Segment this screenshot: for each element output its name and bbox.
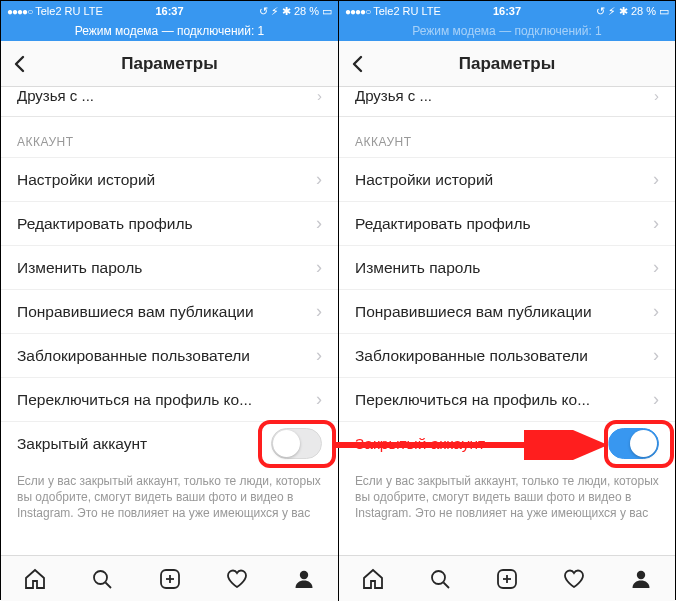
status-bar: ●●●●○ Tele2 RU LTE 16:37 ↺ ⚡︎ ✱ 28 % ▭	[1, 1, 338, 21]
profile-icon	[629, 567, 653, 591]
row-label: Закрытый аккаунт	[355, 435, 600, 453]
phone-screenshot-after: ●●●●○ Tele2 RU LTE 16:37 ↺ ⚡︎ ✱ 28 % ▭ Р…	[338, 1, 675, 601]
row-story-settings[interactable]: Настройки историй ›	[339, 157, 675, 201]
search-icon	[428, 567, 452, 591]
row-label: Переключиться на профиль ко...	[17, 391, 308, 409]
back-button[interactable]	[11, 41, 29, 86]
private-account-toggle[interactable]	[271, 428, 322, 459]
chevron-right-icon: ›	[316, 345, 322, 366]
row-private-account: Закрытый аккаунт	[339, 421, 675, 465]
chevron-right-icon: ›	[316, 301, 322, 322]
row-label: Изменить пароль	[355, 259, 645, 277]
section-account: АККАУНТ	[1, 117, 338, 157]
tab-add[interactable]	[136, 556, 203, 601]
chevron-right-icon: ›	[653, 257, 659, 278]
chevron-right-icon: ›	[653, 213, 659, 234]
tab-activity[interactable]	[541, 556, 608, 601]
svg-point-0	[94, 571, 107, 584]
row-change-password[interactable]: Изменить пароль ›	[1, 245, 338, 289]
chevron-right-icon: ›	[653, 301, 659, 322]
private-account-footer: Если у вас закрытый аккаунт, только те л…	[1, 465, 338, 522]
row-label: Закрытый аккаунт	[17, 435, 263, 453]
chevron-right-icon: ›	[653, 345, 659, 366]
svg-point-6	[432, 571, 445, 584]
heart-icon	[562, 567, 586, 591]
nav-header: Параметры	[1, 41, 338, 87]
home-icon	[361, 567, 385, 591]
tab-search[interactable]	[68, 556, 135, 601]
row-label: Редактировать профиль	[17, 215, 308, 233]
row-label: Переключиться на профиль ко...	[355, 391, 645, 409]
heart-icon	[225, 567, 249, 591]
chevron-right-icon: ›	[316, 213, 322, 234]
page-title: Параметры	[121, 54, 218, 74]
plus-square-icon	[495, 567, 519, 591]
phone-screenshot-before: ●●●●○ Tele2 RU LTE 16:37 ↺ ⚡︎ ✱ 28 % ▭ Р…	[1, 1, 338, 601]
row-blocked-users[interactable]: Заблокированные пользователи ›	[1, 333, 338, 377]
row-liked-posts[interactable]: Понравившиеся вам публикации ›	[339, 289, 675, 333]
toggle-knob	[630, 430, 657, 457]
tab-home[interactable]	[339, 556, 406, 601]
page-title: Параметры	[459, 54, 556, 74]
tab-profile[interactable]	[608, 556, 675, 601]
tab-search[interactable]	[406, 556, 473, 601]
private-account-toggle[interactable]	[608, 428, 659, 459]
row-label: Настройки историй	[355, 171, 645, 189]
row-label: Настройки историй	[17, 171, 308, 189]
row-label: Понравившиеся вам публикации	[355, 303, 645, 321]
row-label: Заблокированные пользователи	[17, 347, 308, 365]
chevron-right-icon: ›	[316, 389, 322, 410]
tab-bar	[1, 555, 338, 601]
back-button[interactable]	[349, 41, 367, 86]
row-label: Изменить пароль	[17, 259, 308, 277]
private-account-footer: Если у вас закрытый аккаунт, только те л…	[339, 465, 675, 522]
row-private-account: Закрытый аккаунт	[1, 421, 338, 465]
hotspot-banner[interactable]: Режим модема — подключений: 1	[1, 21, 338, 41]
row-partial[interactable]: Друзья с ... ›	[1, 87, 338, 117]
row-label: Редактировать профиль	[355, 215, 645, 233]
svg-line-1	[106, 582, 112, 588]
chevron-left-icon	[11, 55, 29, 73]
tab-activity[interactable]	[203, 556, 270, 601]
nav-header: Параметры	[339, 41, 675, 87]
row-label: Понравившиеся вам публикации	[17, 303, 308, 321]
profile-icon	[292, 567, 316, 591]
section-account: АККАУНТ	[339, 117, 675, 157]
svg-point-5	[300, 570, 308, 578]
chevron-right-icon: ›	[653, 169, 659, 190]
clock-label: 16:37	[1, 5, 338, 17]
chevron-right-icon: ›	[653, 389, 659, 410]
chevron-left-icon	[349, 55, 367, 73]
tab-add[interactable]	[473, 556, 540, 601]
svg-line-7	[443, 582, 449, 588]
svg-point-11	[637, 570, 645, 578]
status-bar: ●●●●○ Tele2 RU LTE 16:37 ↺ ⚡︎ ✱ 28 % ▭	[339, 1, 675, 21]
row-story-settings[interactable]: Настройки историй ›	[1, 157, 338, 201]
chevron-right-icon: ›	[316, 169, 322, 190]
row-blocked-users[interactable]: Заблокированные пользователи ›	[339, 333, 675, 377]
tab-profile[interactable]	[271, 556, 338, 601]
row-switch-profile[interactable]: Переключиться на профиль ко... ›	[1, 377, 338, 421]
row-label: Заблокированные пользователи	[355, 347, 645, 365]
plus-square-icon	[158, 567, 182, 591]
clock-label: 16:37	[339, 5, 675, 17]
chevron-right-icon: ›	[654, 87, 659, 104]
settings-scroll[interactable]: Друзья с ... › АККАУНТ Настройки историй…	[1, 87, 338, 555]
row-change-password[interactable]: Изменить пароль ›	[339, 245, 675, 289]
row-liked-posts[interactable]: Понравившиеся вам публикации ›	[1, 289, 338, 333]
row-partial[interactable]: Друзья с ... ›	[339, 87, 675, 117]
chevron-right-icon: ›	[316, 257, 322, 278]
toggle-knob	[273, 430, 300, 457]
row-edit-profile[interactable]: Редактировать профиль ›	[339, 201, 675, 245]
tab-home[interactable]	[1, 556, 68, 601]
hotspot-banner[interactable]: Режим модема — подключений: 1	[339, 21, 675, 41]
chevron-right-icon: ›	[317, 87, 322, 104]
search-icon	[90, 567, 114, 591]
row-switch-profile[interactable]: Переключиться на профиль ко... ›	[339, 377, 675, 421]
home-icon	[23, 567, 47, 591]
row-edit-profile[interactable]: Редактировать профиль ›	[1, 201, 338, 245]
tab-bar	[339, 555, 675, 601]
settings-scroll[interactable]: Друзья с ... › АККАУНТ Настройки историй…	[339, 87, 675, 555]
